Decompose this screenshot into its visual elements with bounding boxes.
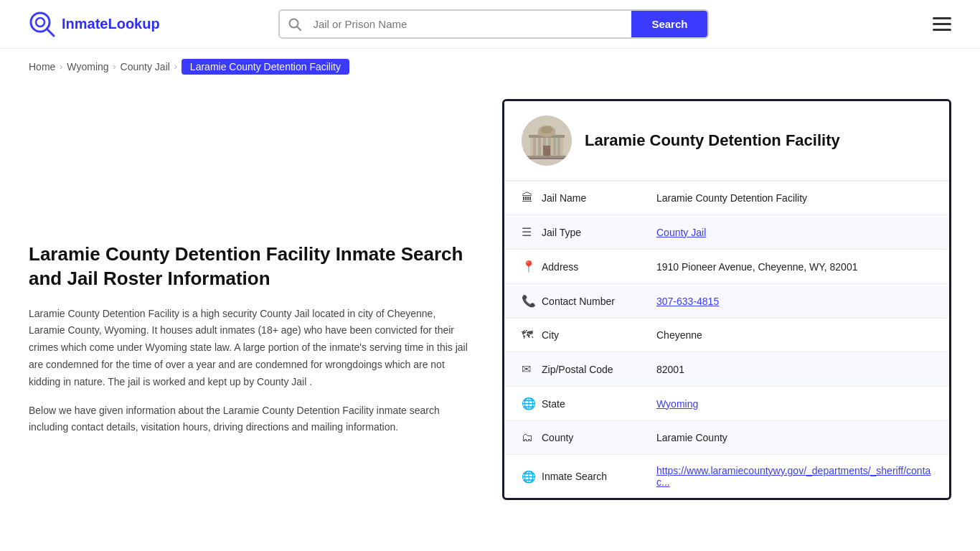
value-state: Wyoming [656,398,698,410]
label-contact: Contact Number [542,296,656,307]
hamburger-line-2 [933,23,951,25]
svg-line-4 [297,27,301,30]
site-header: InmateLookup Search [0,0,980,49]
list-icon: ☰ [522,225,542,239]
search-icon-wrap [280,11,310,37]
breadcrumb-active: Laramie County Detention Facility [182,59,349,75]
label-inmate-search: Inmate Search [542,471,656,482]
description-2: Below we have given information about th… [29,402,473,437]
hamburger-line-1 [933,17,951,19]
info-rows: 🏛 Jail Name Laramie County Detention Fac… [504,181,949,498]
phone-icon: 📞 [522,294,542,308]
hamburger-menu[interactable] [933,17,951,31]
search-input[interactable] [310,11,631,37]
search-icon [288,18,301,31]
svg-point-16 [541,126,552,133]
row-address: 📍 Address 1910 Pioneer Avenue, Cheyenne,… [504,249,949,283]
page-title: Laramie County Detention Facility Inmate… [29,242,473,291]
label-state: State [542,398,656,410]
breadcrumb-county-jail[interactable]: County Jail [121,61,170,72]
row-zip: ✉ Zip/Postal Code 82001 [504,352,949,386]
description-1: Laramie County Detention Facility is a h… [29,306,473,391]
row-state: 🌐 State Wyoming [504,386,949,420]
svg-rect-8 [538,136,541,157]
zip-icon: ✉ [522,362,542,376]
state-icon: 🌐 [522,397,542,410]
county-icon: 🗂 [522,431,542,444]
inmate-search-icon: 🌐 [522,470,542,484]
svg-point-1 [36,18,44,27]
logo-link[interactable]: InmateLookup [29,11,160,38]
card-header: Laramie County Detention Facility [504,101,949,181]
right-column: Laramie County Detention Facility 🏛 Jail… [502,99,951,500]
left-column: Laramie County Detention Facility Inmate… [29,99,473,448]
logo-text: InmateLookup [62,16,160,32]
row-jail-type: ☰ Jail Type County Jail [504,215,949,249]
jail-type-link[interactable]: County Jail [656,227,706,238]
svg-rect-11 [553,136,556,157]
breadcrumb-home[interactable]: Home [29,61,55,72]
inmate-search-link[interactable]: https://www.laramiecountywy.gov/_departm… [656,465,930,488]
svg-rect-18 [527,156,566,158]
value-zip: 82001 [656,364,684,375]
svg-rect-7 [533,136,536,157]
value-contact: 307-633-4815 [656,296,719,307]
value-address: 1910 Pioneer Avenue, Cheyenne, WY, 82001 [656,261,857,273]
breadcrumb-wyoming[interactable]: Wyoming [67,61,108,72]
city-icon: 🗺 [522,329,542,342]
breadcrumb: Home › Wyoming › County Jail › Laramie C… [0,49,980,85]
value-county: Laramie County [656,432,727,443]
label-zip: Zip/Postal Code [542,364,656,375]
label-county: County [542,432,656,443]
svg-rect-19 [526,158,567,159]
row-contact: 📞 Contact Number 307-633-4815 [504,283,949,318]
label-jail-type: Jail Type [542,227,656,238]
breadcrumb-sep-2: › [113,62,116,72]
search-button[interactable]: Search [631,11,707,37]
svg-rect-12 [557,136,560,157]
svg-rect-17 [543,146,550,157]
label-city: City [542,329,656,341]
hamburger-line-3 [933,29,951,31]
row-jail-name: 🏛 Jail Name Laramie County Detention Fac… [504,181,949,215]
phone-link[interactable]: 307-633-4815 [656,296,719,307]
label-jail-name: Jail Name [542,192,656,204]
value-inmate-search: https://www.laramiecountywy.gov/_departm… [656,465,932,488]
svg-line-2 [47,29,54,36]
value-jail-type: County Jail [656,227,706,238]
breadcrumb-sep-3: › [174,62,177,72]
main-content: Laramie County Detention Facility Inmate… [0,85,980,529]
logo-icon [29,11,56,38]
state-link[interactable]: Wyoming [656,398,698,410]
facility-image [522,116,572,166]
facility-card: Laramie County Detention Facility 🏛 Jail… [502,99,951,500]
location-icon: 📍 [522,260,542,273]
value-jail-name: Laramie County Detention Facility [656,192,807,204]
breadcrumb-sep-1: › [60,62,62,72]
row-inmate-search: 🌐 Inmate Search https://www.laramiecount… [504,454,949,498]
jail-icon: 🏛 [522,192,542,204]
search-bar: Search [278,9,709,39]
value-city: Cheyenne [656,329,702,341]
label-address: Address [542,261,656,273]
row-city: 🗺 City Cheyenne [504,318,949,352]
facility-name: Laramie County Detention Facility [585,131,840,150]
row-county: 🗂 County Laramie County [504,420,949,454]
